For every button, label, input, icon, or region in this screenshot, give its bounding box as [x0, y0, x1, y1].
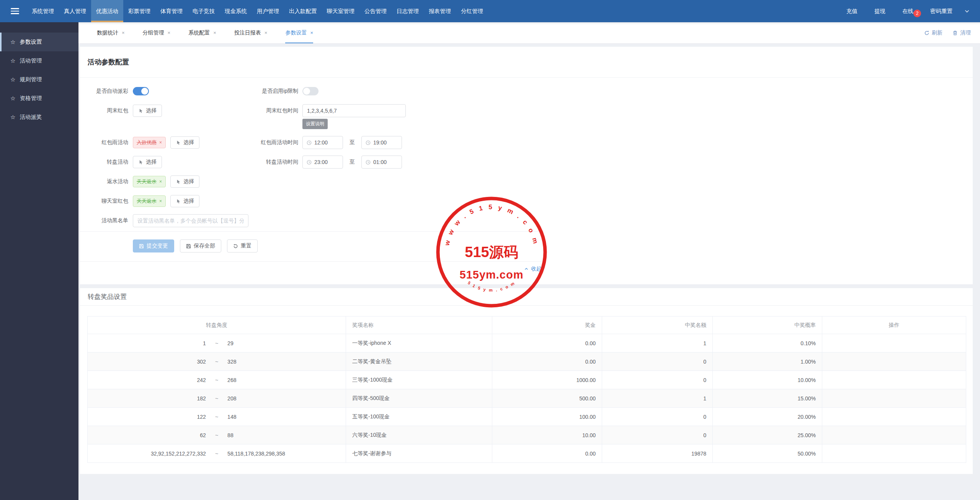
tag-close-icon[interactable]: ×	[159, 179, 162, 184]
menu-toggle-icon[interactable]	[11, 7, 19, 16]
tag-close-icon[interactable]: ×	[159, 140, 162, 145]
nav-item-lottery-mgmt[interactable]: 彩票管理	[123, 0, 155, 22]
nav-item-live-mgmt[interactable]: 真人管理	[59, 0, 91, 22]
table-row: 1~29 一等奖-iphone X 0.00 1 0.10%	[88, 334, 966, 352]
submit-changes-button[interactable]: 提交变更	[133, 239, 174, 252]
rain-activity-tag: 入款优惠 ×	[133, 137, 166, 148]
rebate-activity-select-button[interactable]: 选择	[170, 175, 199, 188]
col-angle: 转盘角度	[88, 316, 346, 334]
main-content: 数据统计 × 分组管理 × 系统配置 × 投注日报表 ×	[78, 22, 980, 500]
clock-icon	[366, 160, 371, 165]
params-form: 是否自动派彩 是否启用ip限制 周末红包	[80, 78, 544, 277]
weekend-red-select-button[interactable]: 选择	[133, 105, 162, 117]
rain-time-label: 红包雨活动时间	[232, 139, 298, 146]
nav-online[interactable]: 在线 2	[894, 8, 922, 15]
divider	[80, 231, 544, 232]
submit-label: 提交变更	[147, 243, 168, 249]
save-all-label: 保存全部	[194, 243, 215, 249]
sidebar-item-activity-prize[interactable]: ☆ 活动派奖	[0, 108, 78, 126]
angle-from: 242	[88, 377, 206, 383]
angle-to: 328	[227, 359, 345, 365]
save-all-button[interactable]: 保存全部	[180, 239, 221, 252]
nav-item-chatroom-mgmt[interactable]: 聊天室管理	[322, 0, 360, 22]
chat-red-tag: 天天返水 ×	[133, 195, 166, 207]
nav-item-announcement-mgmt[interactable]: 公告管理	[359, 0, 392, 22]
refresh-button[interactable]: 刷新	[924, 30, 942, 36]
clean-button[interactable]: 清理	[952, 30, 971, 36]
weekend-time-label: 周末红包时间	[232, 107, 298, 114]
quota: 0	[602, 371, 713, 389]
nav-item-user-mgmt[interactable]: 用户管理	[252, 0, 284, 22]
nav-item-promotions[interactable]: 优惠活动	[91, 0, 123, 22]
nav-password-reset[interactable]: 密码重置	[922, 8, 961, 15]
rain-activity-select-button[interactable]: 选择	[170, 136, 199, 149]
close-icon[interactable]: ×	[168, 30, 171, 36]
tag-label: 入款优惠	[137, 139, 157, 146]
blacklist-input[interactable]	[133, 214, 248, 227]
ip-limit-toggle[interactable]	[302, 87, 318, 95]
bonus: 500.00	[492, 389, 602, 408]
tab-params[interactable]: 参数设置 ×	[285, 22, 313, 43]
tab-bar: 数据统计 × 分组管理 × 系统配置 × 投注日报表 ×	[78, 22, 980, 44]
auto-payout-label: 是否自动派彩	[80, 88, 128, 95]
chat-red-select-button[interactable]: 选择	[170, 195, 199, 207]
weekend-time-input[interactable]	[302, 104, 406, 117]
tab-system-config[interactable]: 系统配置 ×	[188, 22, 216, 43]
tab-label: 分组管理	[143, 30, 164, 36]
tab-data-stats[interactable]: 数据统计 ×	[97, 22, 125, 43]
nav-recharge[interactable]: 充值	[838, 8, 866, 15]
nav-item-cash-system[interactable]: 现金系统	[220, 0, 252, 22]
sidebar-item-qualification-mgmt[interactable]: ☆ 资格管理	[0, 89, 78, 108]
nav-item-deposit-withdraw-config[interactable]: 出入款配置	[284, 0, 322, 22]
tilde: ~	[206, 340, 227, 346]
time-value: 19:00	[373, 139, 387, 146]
wheel-time-from-input[interactable]: 23:00	[302, 156, 343, 169]
close-icon[interactable]: ×	[265, 30, 268, 36]
chevron-up-icon	[524, 267, 529, 271]
row-actions	[822, 334, 966, 352]
tilde: ~	[206, 377, 227, 383]
close-icon[interactable]: ×	[213, 30, 216, 36]
tab-bet-daily-report[interactable]: 投注日报表 ×	[234, 22, 268, 43]
save-icon	[139, 244, 144, 249]
close-icon[interactable]: ×	[122, 30, 125, 36]
row-actions	[822, 444, 966, 463]
angle-to: 58,118,178,238,298,358	[227, 451, 345, 457]
nav-withdraw[interactable]: 提现	[866, 8, 894, 15]
prize-name: 三等奖-1000现金	[346, 371, 492, 389]
rebate-activity-tag: 天天返水 ×	[133, 176, 166, 187]
hand-pointer-icon	[176, 179, 181, 184]
sidebar-item-rule-mgmt[interactable]: ☆ 规则管理	[0, 70, 78, 89]
close-icon[interactable]: ×	[310, 30, 313, 36]
save-icon	[186, 244, 191, 249]
nav-item-system-mgmt[interactable]: 系统管理	[27, 0, 59, 22]
bonus: 0.00	[492, 444, 602, 463]
rain-time-to-input[interactable]: 19:00	[361, 136, 402, 149]
nav-item-report-mgmt[interactable]: 报表管理	[424, 0, 456, 22]
tag-close-icon[interactable]: ×	[159, 198, 162, 204]
setting-note-button[interactable]: 设置说明	[302, 119, 328, 129]
collapse-link[interactable]: 收起	[524, 266, 541, 272]
nav-item-esports[interactable]: 电子竞技	[188, 0, 220, 22]
nav-item-log-mgmt[interactable]: 日志管理	[392, 0, 424, 22]
blacklist-label: 活动黑名单	[80, 217, 128, 224]
rain-time-from-input[interactable]: 12:00	[302, 136, 343, 149]
table-row: 62~88 六等奖-10现金 10.00 0 25.00%	[88, 426, 966, 444]
wheel-activity-select-button[interactable]: 选择	[133, 156, 162, 168]
select-label: 选择	[183, 178, 194, 185]
nav-online-label: 在线	[902, 8, 913, 15]
tilde: ~	[206, 359, 227, 365]
rate: 20.00%	[713, 408, 822, 426]
nav-item-sports-mgmt[interactable]: 体育管理	[155, 0, 188, 22]
wheel-time-to-input[interactable]: 01:00	[361, 156, 402, 169]
tab-group-mgmt[interactable]: 分组管理 ×	[143, 22, 171, 43]
nav-item-dividend-mgmt[interactable]: 分红管理	[456, 0, 488, 22]
sidebar-item-activity-mgmt[interactable]: ☆ 活动管理	[0, 51, 78, 70]
auto-payout-toggle[interactable]	[133, 87, 149, 95]
admin-page: 系统管理 真人管理 优惠活动 彩票管理 体育管理 电子竞技 现金系统 用户管理 …	[0, 0, 980, 500]
chevron-down-icon[interactable]	[964, 8, 970, 14]
clock-icon	[307, 160, 312, 165]
sidebar-item-params[interactable]: ☆ 参数设置	[0, 33, 78, 51]
hand-pointer-icon	[176, 199, 181, 204]
reset-button[interactable]: 重置	[227, 239, 258, 252]
